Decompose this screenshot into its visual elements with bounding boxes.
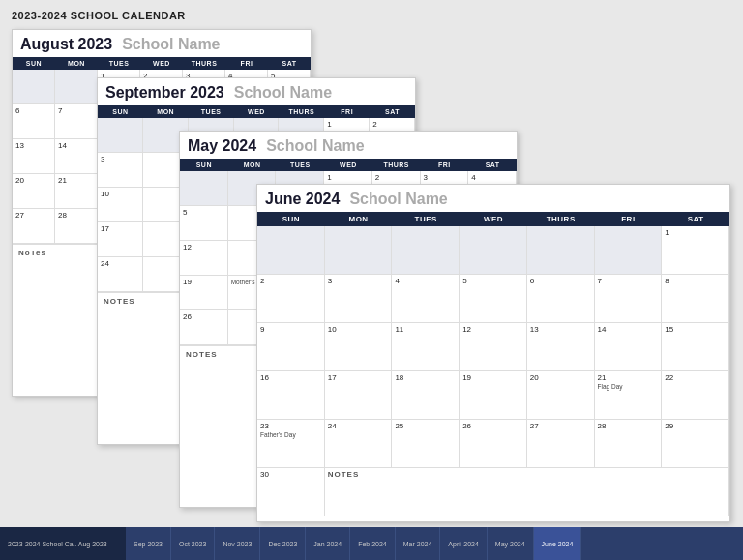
aug-school-name: School Name <box>122 36 220 53</box>
table-row: 19 <box>180 276 228 310</box>
table-row: 10 <box>325 323 393 371</box>
table-row: 28 <box>595 420 663 468</box>
tab-apr-2024[interactable]: April 2024 <box>440 527 488 560</box>
table-row: 7 <box>595 275 663 323</box>
aug-month-title: August 2023 <box>20 36 112 53</box>
tab-jan-2024[interactable]: Jan 2024 <box>306 527 350 560</box>
table-row <box>527 226 595 275</box>
table-row: 7 <box>55 104 98 139</box>
table-row: 14 <box>55 139 98 174</box>
table-row: 21Flag Day <box>595 371 663 420</box>
table-row: 26 <box>180 310 228 345</box>
may-col-fri: FRI <box>421 159 469 171</box>
table-row: 20 <box>527 371 595 420</box>
table-row: 2 <box>257 275 325 323</box>
tab-may-2024[interactable]: May 2024 <box>488 527 534 560</box>
table-row: 29 <box>662 420 729 468</box>
aug-col-tue: TUES <box>98 57 140 70</box>
tab-feb-2024[interactable]: Feb 2024 <box>350 527 396 560</box>
table-row: 27 <box>13 209 55 244</box>
may-notes-label: NOTES <box>186 350 218 359</box>
table-row: 24 <box>325 420 393 468</box>
jun-col-thu: THURS <box>527 212 595 226</box>
main-container: 2023-2024 SCHOOL CALENDAR August 2023 Sc… <box>0 0 743 527</box>
tab-bar: 2023-2024 School Cal. Aug 2023 Sep 2023 … <box>0 527 743 560</box>
may-col-tue: TUES <box>276 159 324 171</box>
app-title: 2023-2024 SCHOOL CALENDAR <box>12 10 731 21</box>
tab-nov-2023[interactable]: Nov 2023 <box>215 527 260 560</box>
aug-notes-label: NoTes <box>18 249 46 257</box>
sep-col-thu: THURS <box>279 105 324 118</box>
jun-col-sat: SAT <box>662 212 729 226</box>
table-row: 1 <box>662 226 729 275</box>
jun-col-tue: TUES <box>392 212 460 226</box>
tab-dec-2023[interactable]: Dec 2023 <box>260 527 306 560</box>
table-row: 21 <box>55 174 98 209</box>
sheet-label: 2023-2024 School Cal. Aug 2023 <box>8 541 107 547</box>
tab-mar-2024[interactable]: Mar 2024 <box>396 527 441 560</box>
jun-col-fri: FRI <box>595 212 663 226</box>
may-col-mon: MON <box>228 159 277 171</box>
table-row: 28 <box>55 209 98 244</box>
table-row: 12 <box>180 241 228 276</box>
sep-notes-label: NOTES <box>104 297 135 306</box>
table-row <box>392 226 460 275</box>
tab-jun-2024[interactable]: June 2024 <box>534 527 582 560</box>
calendar-june: June 2024 School Name SUN MON TUES WED T… <box>256 184 730 522</box>
may-col-wed: WED <box>324 159 372 171</box>
table-row: 22 <box>662 371 729 420</box>
jun-month-title: June 2024 <box>265 191 340 208</box>
jun-col-mon: MON <box>325 212 393 226</box>
table-row: NOTES <box>325 468 729 516</box>
table-row <box>325 226 393 275</box>
table-row: 9 <box>257 323 325 371</box>
jun-school-name: School Name <box>349 191 447 208</box>
aug-col-wed: WED <box>140 57 183 70</box>
table-row: 3 <box>325 275 393 323</box>
table-row <box>13 70 55 104</box>
table-row: 23Father's Day <box>257 420 325 468</box>
aug-col-sun: SUN <box>13 57 55 70</box>
table-row: 17 <box>325 371 393 420</box>
table-row <box>98 118 143 153</box>
table-row: 24 <box>98 257 143 292</box>
sep-col-fri: FRI <box>324 105 370 118</box>
aug-col-sat: SAT <box>268 57 311 70</box>
table-row: 19 <box>460 371 527 420</box>
tab-sep-2023[interactable]: Sep 2023 <box>126 527 171 560</box>
aug-col-thu: THURS <box>183 57 225 70</box>
table-row: 20 <box>13 174 55 209</box>
jun-col-sun: SUN <box>257 212 325 226</box>
table-row: 6 <box>527 275 595 323</box>
table-row: 5 <box>180 206 228 241</box>
sep-col-wed: WED <box>234 105 280 118</box>
may-col-thu: THURS <box>372 159 421 171</box>
may-col-sun: SUN <box>180 159 228 171</box>
table-row: 12 <box>460 323 527 371</box>
sep-col-sun: SUN <box>98 105 143 118</box>
tab-bar-sheet-name[interactable]: 2023-2024 School Cal. Aug 2023 <box>0 527 126 560</box>
table-row: 10 <box>98 188 143 222</box>
table-row: 8 <box>662 275 729 323</box>
sep-col-mon: MON <box>143 105 189 118</box>
table-row: 11 <box>392 323 460 371</box>
may-col-sat: SAT <box>468 159 517 171</box>
table-row: 25 <box>392 420 460 468</box>
sep-month-title: September 2023 <box>105 84 224 102</box>
may-month-title: May 2024 <box>188 137 256 155</box>
aug-col-mon: MON <box>55 57 98 70</box>
sep-col-tue: TUES <box>189 105 234 118</box>
table-row: 13 <box>527 323 595 371</box>
table-row: 17 <box>98 222 143 257</box>
table-row: 27 <box>527 420 595 468</box>
table-row: 26 <box>460 420 527 468</box>
table-row: 4 <box>392 275 460 323</box>
sep-col-sat: SAT <box>370 105 415 118</box>
table-row: 14 <box>595 323 663 371</box>
table-row <box>595 226 663 275</box>
tab-oct-2023[interactable]: Oct 2023 <box>171 527 215 560</box>
aug-col-fri: FRI <box>225 57 268 70</box>
table-row <box>257 226 325 275</box>
table-row: 13 <box>13 139 55 174</box>
table-row <box>460 226 527 275</box>
